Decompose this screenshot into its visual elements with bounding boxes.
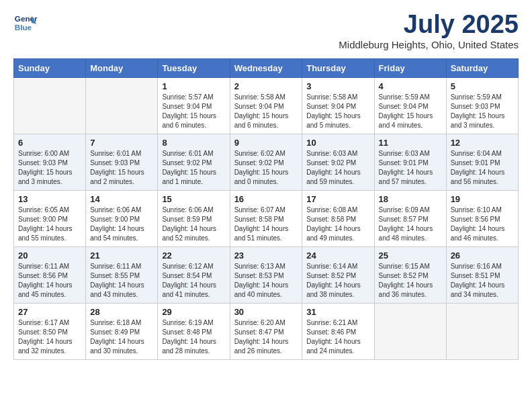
calendar-cell: 11Sunrise: 6:03 AM Sunset: 9:01 PM Dayli…	[374, 134, 446, 190]
title-area: July 2025 Middleburg Heights, Ohio, Unit…	[339, 11, 519, 50]
calendar-cell: 31Sunrise: 6:21 AM Sunset: 8:46 PM Dayli…	[302, 303, 374, 359]
day-number: 10	[306, 138, 369, 148]
day-info: Sunrise: 6:11 AM Sunset: 8:56 PM Dayligh…	[18, 262, 81, 300]
day-info: Sunrise: 6:06 AM Sunset: 9:00 PM Dayligh…	[90, 205, 153, 243]
week-row-3: 13Sunrise: 6:05 AM Sunset: 9:00 PM Dayli…	[14, 190, 519, 246]
header: General Blue July 2025 Middleburg Height…	[13, 11, 519, 50]
svg-text:Blue: Blue	[15, 23, 32, 32]
weekday-header-monday: Monday	[86, 58, 158, 77]
day-info: Sunrise: 6:13 AM Sunset: 8:53 PM Dayligh…	[234, 262, 298, 300]
week-row-4: 20Sunrise: 6:11 AM Sunset: 8:56 PM Dayli…	[14, 246, 519, 303]
calendar-cell: 29Sunrise: 6:19 AM Sunset: 8:48 PM Dayli…	[158, 303, 230, 359]
day-info: Sunrise: 6:17 AM Sunset: 8:50 PM Dayligh…	[18, 318, 81, 356]
calendar-cell: 22Sunrise: 6:12 AM Sunset: 8:54 PM Dayli…	[158, 246, 230, 303]
calendar-cell: 30Sunrise: 6:20 AM Sunset: 8:47 PM Dayli…	[230, 303, 302, 359]
calendar-cell: 24Sunrise: 6:14 AM Sunset: 8:52 PM Dayli…	[302, 246, 374, 303]
calendar-cell: 21Sunrise: 6:11 AM Sunset: 8:55 PM Dayli…	[86, 246, 158, 303]
day-number: 5	[451, 81, 514, 91]
calendar-cell: 12Sunrise: 6:04 AM Sunset: 9:01 PM Dayli…	[446, 134, 518, 190]
calendar-cell: 2Sunrise: 5:58 AM Sunset: 9:04 PM Daylig…	[230, 77, 302, 134]
day-info: Sunrise: 6:07 AM Sunset: 8:58 PM Dayligh…	[234, 205, 298, 243]
calendar: SundayMondayTuesdayWednesdayThursdayFrid…	[13, 58, 519, 360]
calendar-cell: 28Sunrise: 6:18 AM Sunset: 8:49 PM Dayli…	[86, 303, 158, 359]
calendar-cell: 17Sunrise: 6:08 AM Sunset: 8:58 PM Dayli…	[302, 190, 374, 246]
day-number: 8	[162, 138, 225, 148]
day-number: 26	[451, 250, 514, 261]
weekday-header-saturday: Saturday	[446, 58, 518, 77]
calendar-cell	[374, 303, 446, 359]
day-number: 31	[306, 307, 369, 317]
day-info: Sunrise: 6:08 AM Sunset: 8:58 PM Dayligh…	[306, 205, 369, 243]
calendar-cell: 14Sunrise: 6:06 AM Sunset: 9:00 PM Dayli…	[86, 190, 158, 246]
day-number: 4	[379, 81, 442, 91]
weekday-header-thursday: Thursday	[302, 58, 374, 77]
calendar-cell: 23Sunrise: 6:13 AM Sunset: 8:53 PM Dayli…	[230, 246, 302, 303]
day-info: Sunrise: 6:03 AM Sunset: 9:02 PM Dayligh…	[306, 149, 369, 187]
day-number: 15	[162, 194, 225, 204]
day-number: 27	[18, 307, 81, 317]
day-number: 12	[451, 138, 514, 148]
day-number: 6	[18, 138, 81, 148]
day-number: 16	[234, 194, 298, 204]
weekday-header-row: SundayMondayTuesdayWednesdayThursdayFrid…	[14, 58, 519, 77]
day-number: 3	[306, 81, 369, 91]
day-number: 7	[90, 138, 153, 148]
day-number: 21	[90, 250, 153, 261]
day-number: 24	[306, 250, 369, 261]
day-info: Sunrise: 6:11 AM Sunset: 8:55 PM Dayligh…	[90, 262, 153, 300]
day-info: Sunrise: 6:10 AM Sunset: 8:56 PM Dayligh…	[451, 205, 514, 243]
calendar-cell: 13Sunrise: 6:05 AM Sunset: 9:00 PM Dayli…	[14, 190, 86, 246]
weekday-header-tuesday: Tuesday	[158, 58, 230, 77]
day-info: Sunrise: 5:57 AM Sunset: 9:04 PM Dayligh…	[162, 93, 225, 130]
day-info: Sunrise: 5:58 AM Sunset: 9:04 PM Dayligh…	[306, 93, 369, 130]
day-number: 23	[234, 250, 298, 261]
day-number: 11	[379, 138, 442, 148]
calendar-cell: 7Sunrise: 6:01 AM Sunset: 9:03 PM Daylig…	[86, 134, 158, 190]
day-info: Sunrise: 5:59 AM Sunset: 9:03 PM Dayligh…	[451, 93, 514, 130]
logo: General Blue	[13, 11, 38, 35]
calendar-cell	[446, 303, 518, 359]
day-number: 2	[234, 81, 298, 91]
day-info: Sunrise: 6:05 AM Sunset: 9:00 PM Dayligh…	[18, 205, 81, 243]
calendar-cell: 27Sunrise: 6:17 AM Sunset: 8:50 PM Dayli…	[14, 303, 86, 359]
weekday-header-wednesday: Wednesday	[230, 58, 302, 77]
day-info: Sunrise: 6:01 AM Sunset: 9:03 PM Dayligh…	[90, 149, 153, 187]
weekday-header-friday: Friday	[374, 58, 446, 77]
calendar-cell: 8Sunrise: 6:01 AM Sunset: 9:02 PM Daylig…	[158, 134, 230, 190]
location-title: Middleburg Heights, Ohio, United States	[339, 39, 519, 50]
day-info: Sunrise: 6:19 AM Sunset: 8:48 PM Dayligh…	[162, 318, 225, 356]
calendar-cell: 9Sunrise: 6:02 AM Sunset: 9:02 PM Daylig…	[230, 134, 302, 190]
day-info: Sunrise: 6:02 AM Sunset: 9:02 PM Dayligh…	[234, 149, 298, 187]
day-number: 19	[451, 194, 514, 204]
week-row-5: 27Sunrise: 6:17 AM Sunset: 8:50 PM Dayli…	[14, 303, 519, 359]
day-number: 30	[234, 307, 298, 317]
day-number: 13	[18, 194, 81, 204]
calendar-cell: 15Sunrise: 6:06 AM Sunset: 8:59 PM Dayli…	[158, 190, 230, 246]
calendar-cell: 26Sunrise: 6:16 AM Sunset: 8:51 PM Dayli…	[446, 246, 518, 303]
day-info: Sunrise: 5:59 AM Sunset: 9:04 PM Dayligh…	[379, 93, 442, 130]
day-number: 1	[162, 81, 225, 91]
calendar-cell: 4Sunrise: 5:59 AM Sunset: 9:04 PM Daylig…	[374, 77, 446, 134]
calendar-cell: 3Sunrise: 5:58 AM Sunset: 9:04 PM Daylig…	[302, 77, 374, 134]
day-number: 28	[90, 307, 153, 317]
day-info: Sunrise: 6:15 AM Sunset: 8:52 PM Dayligh…	[379, 262, 442, 300]
day-number: 25	[379, 250, 442, 261]
month-title: July 2025	[339, 11, 519, 39]
day-info: Sunrise: 6:03 AM Sunset: 9:01 PM Dayligh…	[379, 149, 442, 187]
weekday-header-sunday: Sunday	[14, 58, 86, 77]
calendar-cell: 19Sunrise: 6:10 AM Sunset: 8:56 PM Dayli…	[446, 190, 518, 246]
calendar-cell: 10Sunrise: 6:03 AM Sunset: 9:02 PM Dayli…	[302, 134, 374, 190]
calendar-cell: 16Sunrise: 6:07 AM Sunset: 8:58 PM Dayli…	[230, 190, 302, 246]
day-number: 14	[90, 194, 153, 204]
day-number: 29	[162, 307, 225, 317]
day-info: Sunrise: 6:20 AM Sunset: 8:47 PM Dayligh…	[234, 318, 298, 356]
calendar-cell: 6Sunrise: 6:00 AM Sunset: 9:03 PM Daylig…	[14, 134, 86, 190]
calendar-cell: 25Sunrise: 6:15 AM Sunset: 8:52 PM Dayli…	[374, 246, 446, 303]
day-info: Sunrise: 6:00 AM Sunset: 9:03 PM Dayligh…	[18, 149, 81, 187]
week-row-2: 6Sunrise: 6:00 AM Sunset: 9:03 PM Daylig…	[14, 134, 519, 190]
day-info: Sunrise: 6:18 AM Sunset: 8:49 PM Dayligh…	[90, 318, 153, 356]
calendar-cell: 20Sunrise: 6:11 AM Sunset: 8:56 PM Dayli…	[14, 246, 86, 303]
day-number: 17	[306, 194, 369, 204]
day-info: Sunrise: 5:58 AM Sunset: 9:04 PM Dayligh…	[234, 93, 298, 130]
day-info: Sunrise: 6:06 AM Sunset: 8:59 PM Dayligh…	[162, 205, 225, 243]
